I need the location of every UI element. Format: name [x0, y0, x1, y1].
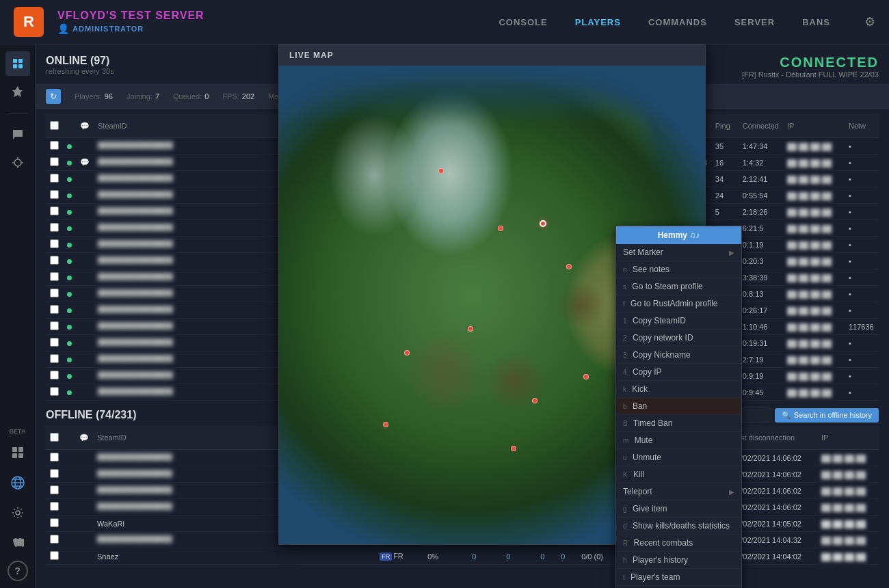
player-checkbox[interactable] — [50, 354, 59, 363]
player-checkbox[interactable] — [50, 174, 59, 183]
settings-icon[interactable]: ⚙ — [864, 14, 875, 29]
player-checkbox[interactable] — [50, 272, 59, 281]
ctx-key: g — [623, 505, 627, 513]
ctx-key: R — [623, 539, 628, 547]
row-chat — [76, 204, 94, 220]
nav-console[interactable]: CONSOLE — [499, 17, 547, 27]
select-all-offline-checkbox[interactable] — [50, 433, 59, 442]
svg-rect-3 — [18, 64, 23, 68]
sidebar-players-icon[interactable] — [5, 51, 30, 76]
ctx-item-go-to-steam-profile[interactable]: s Go to Steam profile — [616, 278, 741, 295]
map-player-dot[interactable] — [468, 326, 473, 332]
ctx-item-copy-steamid[interactable]: 1 Copy SteamID — [616, 312, 741, 330]
sidebar-chat-icon[interactable] — [5, 122, 30, 147]
ctx-submenu-arrow: ▶ — [729, 488, 734, 496]
ctx-item-show-killsdeaths-statistics[interactable]: d Show kills/deaths statistics — [616, 518, 741, 535]
ctx-item-kick[interactable]: k Kick — [616, 381, 741, 398]
row-network: • — [845, 368, 879, 384]
ctx-item-unmute[interactable]: u Unmute — [616, 449, 741, 466]
nav-bans[interactable]: BANS — [802, 17, 830, 27]
row-ip: ██.██.██.██ — [817, 516, 879, 532]
ctx-item-give-item[interactable]: g Give item — [616, 500, 741, 518]
row-ip: ██.██.██.██ — [817, 483, 879, 499]
map-snow-region-2 — [321, 104, 428, 248]
ctx-item-kill[interactable]: K Kill — [616, 466, 741, 483]
player-checkbox[interactable] — [50, 371, 59, 379]
player-checkbox[interactable] — [50, 305, 59, 314]
ctx-item-see-notes[interactable]: n See notes — [616, 261, 741, 278]
player-checkbox[interactable] — [50, 239, 59, 248]
players-label: Players: — [75, 92, 102, 101]
map-player-dot[interactable] — [583, 374, 589, 379]
player-checkbox[interactable] — [50, 289, 59, 297]
ctx-item-label: R Recent combats — [623, 538, 693, 548]
th-ping: Ping — [711, 114, 739, 138]
ctx-item-players-team[interactable]: t Player's team — [616, 569, 741, 586]
ctx-items-container: Set Marker ▶ n See notes s Go to Steam p… — [616, 244, 741, 588]
sidebar-settings-icon[interactable] — [5, 500, 30, 525]
offline-player-checkbox[interactable] — [50, 502, 59, 511]
row-threat: 0% — [423, 548, 468, 565]
ctx-key: b — [623, 403, 627, 410]
ctx-item-copy-network-id[interactable]: 2 Copy network ID — [616, 330, 741, 347]
ctx-item-players-history[interactable]: h Player's history — [616, 552, 741, 569]
player-checkbox[interactable] — [50, 190, 59, 199]
offline-player-checkbox[interactable] — [50, 453, 59, 462]
player-checkbox[interactable] — [50, 223, 59, 232]
offline-player-checkbox[interactable] — [50, 485, 59, 494]
ctx-item-copy-ip[interactable]: 4 Copy IP — [616, 364, 741, 381]
offline-player-checkbox[interactable] — [50, 518, 59, 527]
ctx-item-recent-combats[interactable]: R Recent combats — [616, 535, 741, 552]
map-player-dot[interactable] — [404, 350, 410, 356]
player-checkbox[interactable] — [50, 206, 59, 215]
admin-label: ADMINISTRATOR — [72, 25, 144, 33]
player-checkbox[interactable] — [50, 387, 59, 396]
main-layout: BETA — [0, 44, 889, 588]
row-network: • — [845, 220, 879, 237]
th-offline-chat: 💬 — [75, 426, 93, 450]
offline-player-checkbox[interactable] — [50, 551, 59, 560]
ctx-item-teleport[interactable]: Teleport ▶ — [616, 483, 741, 500]
online-title: ONLINE (97) — [46, 55, 114, 67]
th-network: Netw — [845, 114, 879, 138]
map-player-dot[interactable] — [511, 446, 516, 451]
row-network: • — [845, 384, 879, 401]
sidebar-globe-icon[interactable] — [5, 470, 30, 495]
ctx-item-mute[interactable]: m Mute — [616, 432, 741, 449]
ctx-item-go-to-rustadmin-profile[interactable]: f Go to RustAdmin profile — [616, 295, 741, 312]
ctx-item-set-marker[interactable]: Set Marker ▶ — [616, 244, 741, 261]
player-checkbox[interactable] — [50, 338, 59, 347]
sidebar-grid-icon[interactable] — [5, 440, 30, 465]
player-checkbox[interactable] — [50, 256, 59, 265]
table-row[interactable]: Snaez FRFR 0% 0 0 0 0 0/0 (0) No • ?:?:?… — [46, 548, 879, 565]
sidebar-help-icon[interactable]: ? — [8, 561, 28, 581]
nav-commands[interactable]: COMMANDS — [648, 17, 707, 27]
refresh-button[interactable]: ↻ — [46, 89, 61, 104]
ctx-item-ban[interactable]: b Ban — [616, 398, 741, 415]
select-all-checkbox[interactable] — [50, 121, 59, 130]
nav-server[interactable]: SERVER — [734, 17, 775, 27]
sidebar-crosshair-icon[interactable] — [5, 150, 30, 175]
row-online-indicator — [63, 204, 76, 220]
sidebar-map-icon[interactable] — [5, 79, 30, 104]
offline-player-checkbox[interactable] — [50, 535, 59, 544]
row-chat — [76, 171, 94, 187]
search-offline-button[interactable]: 🔍 Search in offline history — [775, 408, 879, 423]
map-player-dot[interactable] — [383, 422, 388, 427]
map-player-dot[interactable] — [498, 226, 503, 231]
ctx-item-timed-ban[interactable]: B Timed Ban — [616, 415, 741, 432]
row-checkbox — [46, 516, 63, 532]
map-player-dot[interactable] — [532, 398, 538, 403]
ctx-item-copy-nickname[interactable]: 3 Copy Nickname — [616, 347, 741, 364]
nav-players[interactable]: PLAYERS — [575, 17, 621, 27]
player-checkbox[interactable] — [50, 157, 59, 166]
map-highlighted-player-dot[interactable] — [540, 220, 546, 227]
map-player-dot[interactable] — [566, 264, 572, 269]
map-player-dot[interactable] — [438, 168, 444, 174]
sidebar-discord-icon[interactable] — [5, 531, 30, 555]
ctx-key: h — [623, 557, 627, 564]
offline-player-checkbox[interactable] — [50, 469, 59, 478]
player-checkbox[interactable] — [50, 321, 59, 330]
server-name: VFLOYD'S TEST SERVER — [57, 10, 485, 22]
player-checkbox[interactable] — [50, 141, 59, 150]
